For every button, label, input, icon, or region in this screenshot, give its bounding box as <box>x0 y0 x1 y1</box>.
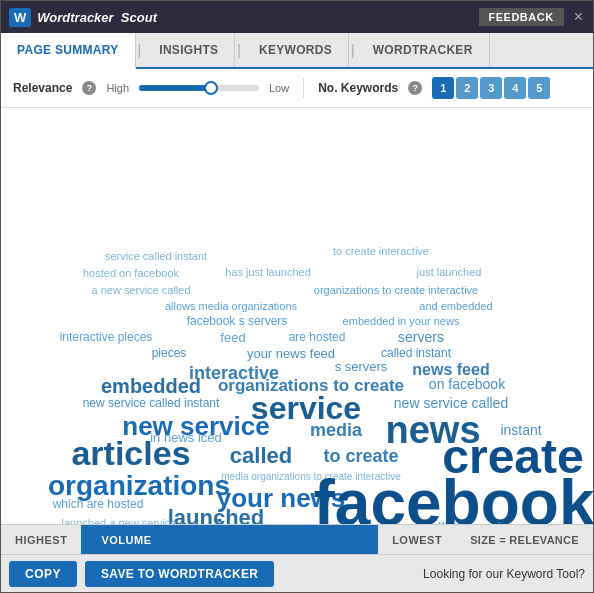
word-cloud-item[interactable]: allows media organizations <box>165 300 297 312</box>
word-cloud-item[interactable]: in your news <box>215 514 386 524</box>
app-scout-italic: Scout <box>121 10 157 25</box>
word-cloud-item[interactable]: embedded <box>101 375 201 398</box>
word-cloud-item[interactable]: called <box>230 443 292 469</box>
high-label: High <box>106 82 129 94</box>
word-cloud-item[interactable]: organizations to create interactive <box>314 284 478 296</box>
save-to-wordtracker-button[interactable]: SAVE TO WORDTRACKER <box>85 561 274 587</box>
keyword-btn-1[interactable]: 1 <box>432 77 454 99</box>
word-cloud-item[interactable]: are hosted <box>289 330 346 344</box>
word-cloud-item[interactable]: to create <box>323 446 398 467</box>
legend-bar: HIGHEST VOLUME LOWEST SIZE = RELEVANCE <box>1 524 593 554</box>
word-cloud-item[interactable]: on facebook <box>429 376 505 392</box>
title-bar-left: W Wordtracker Scout <box>9 8 157 27</box>
word-cloud-item[interactable]: service called instant <box>105 250 207 262</box>
keyword-btn-4[interactable]: 4 <box>504 77 526 99</box>
keyword-btn-2[interactable]: 2 <box>456 77 478 99</box>
tab-bar: PAGE SUMMARY | INSIGHTS | KEYWORDS | WOR… <box>1 33 593 69</box>
word-cloud-item[interactable]: just launched <box>417 266 482 278</box>
legend-highest: HIGHEST <box>1 534 81 546</box>
no-keywords-help-icon[interactable]: ? <box>408 81 422 95</box>
copy-button[interactable]: COPY <box>9 561 77 587</box>
keyword-btn-5[interactable]: 5 <box>528 77 550 99</box>
legend-size: SIZE = RELEVANCE <box>456 534 593 546</box>
close-button[interactable]: × <box>572 8 585 26</box>
no-keywords-label: No. Keywords <box>318 81 398 95</box>
app-name: Wordtracker <box>37 10 113 25</box>
relevance-help-icon[interactable]: ? <box>82 81 96 95</box>
word-cloud-item[interactable]: allows media <box>431 520 512 524</box>
word-cloud-area: service called instantto create interact… <box>1 108 593 524</box>
word-cloud-item[interactable]: your news feed <box>247 346 335 361</box>
word-cloud-item[interactable]: facebook s servers <box>187 314 288 328</box>
bottom-bar: COPY SAVE TO WORDTRACKER Looking for our… <box>1 554 593 592</box>
tab-separator-2: | <box>235 33 243 67</box>
controls-divider <box>303 78 304 98</box>
legend-volume: VOLUME <box>81 525 378 554</box>
word-cloud-item[interactable]: launched a new service <box>62 517 177 524</box>
app-title: Wordtracker Scout <box>37 10 157 25</box>
word-cloud-item[interactable]: hosted on facebook <box>83 267 179 279</box>
relevance-slider-track[interactable] <box>139 85 259 91</box>
wordtracker-logo-icon: W <box>9 8 31 27</box>
controls-bar: Relevance ? High Low No. Keywords ? 1 2 … <box>1 69 593 108</box>
word-cloud-item[interactable]: media <box>310 420 362 441</box>
word-cloud-item[interactable]: new service called instant <box>83 396 220 410</box>
tab-wordtracker[interactable]: WORDTRACKER <box>357 33 490 67</box>
word-cloud-item[interactable]: called instant <box>381 346 451 360</box>
relevance-slider-thumb[interactable] <box>204 81 218 95</box>
word-cloud-item[interactable]: pieces <box>152 346 187 360</box>
word-cloud-item[interactable]: has just launched <box>225 266 311 278</box>
title-bar: W Wordtracker Scout FEEDBACK × <box>1 1 593 33</box>
tab-insights[interactable]: INSIGHTS <box>143 33 235 67</box>
tab-separator-3: | <box>349 33 357 67</box>
word-cloud-item[interactable]: and embedded <box>419 300 492 312</box>
word-cloud-item[interactable]: to create interactive <box>333 245 429 257</box>
tab-page-summary[interactable]: PAGE SUMMARY <box>1 33 136 69</box>
keyword-buttons: 1 2 3 4 5 <box>432 77 550 99</box>
word-cloud-item[interactable]: interactive pieces <box>60 330 153 344</box>
keyword-tool-text: Looking for our Keyword Tool? <box>423 567 585 581</box>
keyword-btn-3[interactable]: 3 <box>480 77 502 99</box>
word-cloud-item[interactable]: embedded in your news <box>343 315 460 327</box>
word-cloud-item[interactable]: feed <box>220 330 245 345</box>
word-cloud-item[interactable]: a new service called <box>91 284 190 296</box>
app-window: W Wordtracker Scout FEEDBACK × PAGE SUMM… <box>0 0 594 593</box>
legend-lowest: LOWEST <box>378 534 456 546</box>
tab-keywords[interactable]: KEYWORDS <box>243 33 349 67</box>
word-cloud-item[interactable]: in news iced <box>150 430 222 445</box>
word-cloud-item[interactable]: servers <box>398 329 444 345</box>
word-cloud-item[interactable]: s servers <box>335 359 388 374</box>
tab-separator-1: | <box>136 33 144 67</box>
title-bar-right: FEEDBACK × <box>479 8 585 26</box>
word-cloud-item[interactable]: which are hosted <box>53 497 144 511</box>
relevance-slider-container <box>139 85 259 91</box>
low-label: Low <box>269 82 289 94</box>
feedback-button[interactable]: FEEDBACK <box>479 8 564 26</box>
relevance-label: Relevance <box>13 81 72 95</box>
